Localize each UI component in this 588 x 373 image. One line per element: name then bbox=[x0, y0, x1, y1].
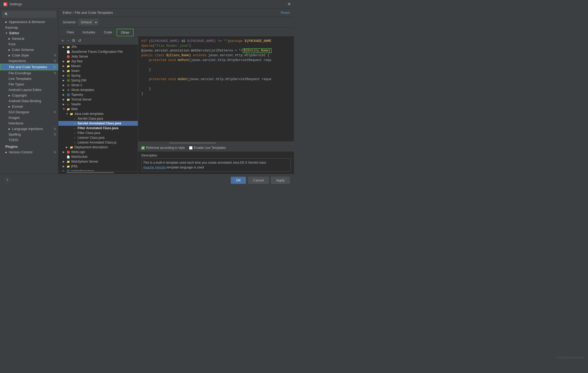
scheme-select[interactable]: Default Project bbox=[78, 19, 99, 25]
tree-item-maven[interactable]: ▶ 📁 Maven bbox=[58, 64, 138, 68]
sidebar-item-emmet[interactable]: ▶ Emmet bbox=[0, 104, 58, 109]
sidebar-item-images[interactable]: Images bbox=[0, 115, 58, 120]
tree-item-struts2[interactable]: ▶ ⚙ Struts 2 bbox=[58, 83, 138, 88]
tree-item-web[interactable]: ▼ 📁 Web bbox=[58, 107, 138, 111]
copy-template-button[interactable]: ⧉ bbox=[71, 38, 76, 43]
reformat-checkbox-label[interactable]: Reformat according to style bbox=[141, 146, 185, 150]
sidebar-item-colorscheme[interactable]: ▶ Color Scheme bbox=[0, 47, 58, 53]
tree-item-label: Web bbox=[71, 107, 78, 111]
tree-item-websphereserver[interactable]: ▶ 📁 WebSphere Server bbox=[58, 159, 138, 164]
folder-icon: 📁 bbox=[66, 98, 70, 101]
reset-template-button[interactable]: ↺ bbox=[77, 38, 82, 43]
expand-icon: ▶ bbox=[63, 160, 65, 163]
code-scrollbar[interactable] bbox=[138, 141, 294, 144]
sidebar-item-appearance[interactable]: ▶ Appearance & Behavior bbox=[0, 19, 58, 25]
tree-item-filterclass[interactable]: ▪ Filter Class.java bbox=[58, 131, 138, 135]
scheme-row: Scheme: Default Project bbox=[58, 17, 294, 28]
expand-icon: ▶ bbox=[63, 74, 65, 77]
sidebar-item-font[interactable]: Font bbox=[0, 41, 58, 47]
sidebar-item-filetypes[interactable]: File Types bbox=[0, 81, 58, 87]
tree-item-jettyserver[interactable]: 🔴 Jetty Server bbox=[58, 54, 138, 59]
search-box[interactable]: 🔍 bbox=[2, 11, 56, 18]
folder-icon: ▷ bbox=[66, 102, 70, 106]
tree-item-tapestry[interactable]: ▶ 🌐 Tapestry bbox=[58, 92, 138, 97]
tab-other[interactable]: Other bbox=[117, 29, 134, 36]
sidebar-item-fileencodings[interactable]: File Encodings ⧉ bbox=[0, 70, 58, 76]
reformat-checkbox[interactable] bbox=[141, 146, 145, 150]
tree-item-springdm[interactable]: ▶ 🌿 Spring DM bbox=[58, 78, 138, 83]
sidebar-item-todo[interactable]: TODO bbox=[0, 137, 58, 143]
reset-link[interactable]: Reset bbox=[281, 11, 290, 15]
copy-icon: ⧉ bbox=[53, 65, 56, 69]
tree-item-jpa[interactable]: ▶ 📁 JPA bbox=[58, 45, 138, 49]
sidebar-item-androidlayouteditor[interactable]: Android Layout Editor bbox=[0, 87, 58, 93]
ok-button[interactable]: OK bbox=[231, 177, 246, 184]
tree-item-spring[interactable]: ▶ 🌿 Spring bbox=[58, 73, 138, 78]
enablelive-checkbox[interactable] bbox=[189, 146, 193, 150]
app-icon: A bbox=[3, 2, 7, 6]
tree-item-servletannotated[interactable]: ▪ Servlet Annotated Class.java bbox=[58, 121, 138, 126]
tree-item-filterannotated[interactable]: ▪ Filter Annotated Class.java bbox=[58, 126, 138, 131]
arrow-icon: ▶ bbox=[5, 151, 7, 154]
sidebar-item-languageinjections[interactable]: ▶ Language Injections ⧉ bbox=[0, 126, 58, 132]
sidebar-item-inspections[interactable]: Inspections ⧉ bbox=[0, 58, 58, 64]
sidebar-item-guidesigner[interactable]: GUI Designer ⧉ bbox=[0, 109, 58, 115]
sidebar-item-plugins[interactable]: Plugins bbox=[0, 144, 58, 149]
sidebar-item-copyright[interactable]: ▶ Copyright bbox=[0, 93, 58, 98]
tab-includes[interactable]: Includes bbox=[78, 29, 99, 36]
expand-icon: ▶ bbox=[63, 65, 65, 67]
remove-template-button[interactable]: − bbox=[66, 38, 70, 43]
tab-files[interactable]: Files bbox=[63, 29, 78, 36]
sidebar-item-androidbinding[interactable]: Android Data Binding bbox=[0, 98, 58, 104]
tree-item-tomcatserver[interactable]: ▶ 📁 Tomcat Server bbox=[58, 97, 138, 102]
sidebar-item-general[interactable]: ▶ General bbox=[0, 36, 58, 41]
tree-item-servletclass[interactable]: ▪ Servlet Class.java bbox=[58, 116, 138, 121]
sidebar-item-codestyle[interactable]: ▶ Code Style ⧉ bbox=[0, 53, 58, 58]
folder-icon: 📁 bbox=[70, 145, 73, 149]
sidebar-item-label: Editor bbox=[9, 31, 19, 35]
sidebar-item-fileandcodetemplates[interactable]: File and Code Templates ⧉ bbox=[0, 64, 58, 70]
tree-item-jspfiles[interactable]: ▶ 📁 Jsp files bbox=[58, 59, 138, 64]
code-editor[interactable]: #if (${PACKAGE_NAME} && ${PACKAGE_NAME} … bbox=[138, 37, 294, 141]
tree-scrollbar[interactable] bbox=[58, 171, 138, 174]
tree-item-restwebservices[interactable]: ▶ 🌐 restwebservices bbox=[58, 169, 138, 171]
search-input[interactable] bbox=[10, 12, 54, 16]
close-button[interactable]: ✕ bbox=[287, 2, 291, 7]
tree-item-listenerclass[interactable]: ▪ Listener Class.java bbox=[58, 135, 138, 140]
apply-button[interactable]: Apply bbox=[271, 177, 290, 184]
tree-item-strutstemplates[interactable]: ▶ ⚙ Struts templates bbox=[58, 88, 138, 92]
tree-item-seam[interactable]: ▶ 📁 Seam bbox=[58, 68, 138, 73]
expand-icon: ▶ bbox=[63, 165, 65, 168]
sidebar-item-keymap[interactable]: Keymap bbox=[0, 25, 58, 30]
tree-item-label: restwebservices bbox=[71, 169, 94, 171]
tree-item-jsf[interactable]: 📄 JavaServer Faces Configuration File bbox=[58, 49, 138, 54]
tab-other-label: Other bbox=[121, 31, 130, 34]
tree-item-vaadin[interactable]: ▶ ▷ Vaadin bbox=[58, 102, 138, 107]
expand-icon: ▶ bbox=[63, 89, 65, 91]
arrow-icon: ▶ bbox=[8, 37, 10, 40]
sidebar-item-versioncontrol[interactable]: ▶ Version Control ⧉ bbox=[0, 149, 58, 155]
expand-icon: ▶ bbox=[63, 84, 65, 86]
tree-item-listenerannotated[interactable]: ▪ Listener Annotated Class.ja bbox=[58, 140, 138, 145]
add-template-button[interactable]: + bbox=[61, 38, 65, 43]
tab-code[interactable]: Code bbox=[100, 29, 116, 36]
cancel-button[interactable]: Cancel bbox=[248, 177, 269, 184]
enablelive-checkbox-label[interactable]: Enable Live Templates bbox=[189, 146, 226, 150]
sidebar-item-label: Android Data Binding bbox=[8, 99, 41, 103]
sidebar-item-editor[interactable]: ▼ Editor bbox=[0, 30, 58, 36]
sidebar-item-label: General bbox=[12, 37, 24, 41]
arrow-icon: ▶ bbox=[8, 49, 10, 51]
arrow-icon: ▶ bbox=[8, 94, 10, 97]
sidebar-item-intentions[interactable]: Intentions bbox=[0, 120, 58, 126]
tree-item-deploymentdescriptors[interactable]: ▶ 📁 Deployment descriptors bbox=[58, 145, 138, 150]
copy-icon: ⧉ bbox=[54, 71, 56, 75]
help-button[interactable]: ? bbox=[4, 177, 10, 183]
tree-item-weblogic[interactable]: ▶ 🔴 WebLogic bbox=[58, 150, 138, 154]
tree-item-javacodetemplates[interactable]: ▼ 📁 Java code templates bbox=[58, 111, 138, 116]
sidebar-item-spelling[interactable]: Spelling ⧉ bbox=[0, 132, 58, 137]
apache-velocity-link[interactable]: Apache Velocity bbox=[143, 166, 166, 169]
tree-item-label: jPDL bbox=[71, 164, 78, 168]
tree-item-websocket[interactable]: 📄 WebSocket bbox=[58, 154, 138, 159]
tree-item-jpdl[interactable]: ▶ 📁 jPDL bbox=[58, 164, 138, 169]
sidebar-item-livetemplates[interactable]: Live Templates bbox=[0, 76, 58, 81]
